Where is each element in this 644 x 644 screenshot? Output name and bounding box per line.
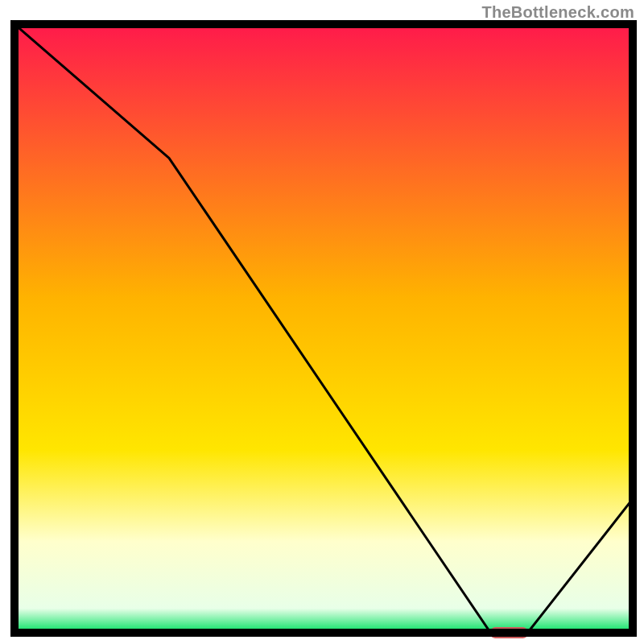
chart-container: TheBottleneck.com (0, 0, 644, 644)
plot-background (14, 24, 633, 633)
bottleneck-chart (0, 0, 644, 644)
attribution-text: TheBottleneck.com (481, 3, 634, 22)
